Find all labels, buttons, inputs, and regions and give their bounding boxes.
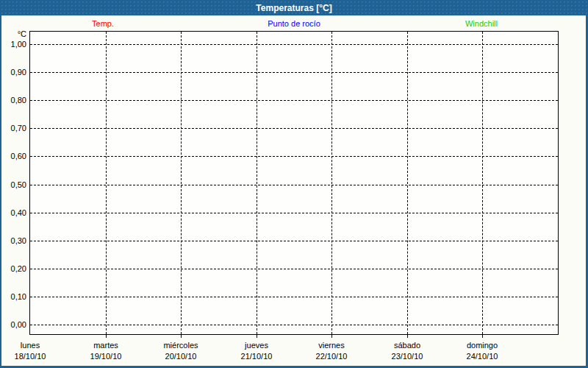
- y-tick-label: 0,80: [0, 95, 26, 105]
- chart-window: Temperaturas [°C] Temp. Punto de rocío W…: [0, 0, 588, 368]
- y-tick-label: 0,20: [0, 263, 26, 274]
- x-date-label: 24/10/10: [445, 352, 519, 361]
- y-tick-label: 1,00: [0, 39, 26, 49]
- x-day-label: viernes: [295, 341, 368, 350]
- gridline-horizontal: [30, 128, 558, 129]
- x-axis-tick: [407, 335, 408, 338]
- gridline-vertical: [407, 32, 408, 334]
- x-day-label: jueves: [220, 341, 293, 350]
- x-axis-tick: [257, 335, 257, 338]
- window-title: Temperaturas [°C]: [256, 3, 331, 13]
- plot-area: [29, 31, 559, 335]
- y-tick-label: 0,00: [0, 319, 26, 330]
- gridline-horizontal: [30, 72, 558, 73]
- gridline-horizontal: [30, 100, 558, 101]
- gridline-vertical: [257, 32, 257, 334]
- x-day-label: martes: [69, 341, 143, 350]
- y-axis-unit-label: °C: [0, 29, 26, 40]
- y-tick-label: 0,70: [0, 123, 26, 133]
- gridline-vertical: [181, 32, 182, 334]
- y-tick-label: 0,50: [0, 180, 26, 190]
- x-day-label: sábado: [370, 341, 444, 350]
- x-date-label: 22/10/10: [295, 352, 368, 361]
- y-tick-label: 0,90: [0, 67, 26, 77]
- x-date-label: 19/10/10: [69, 352, 143, 361]
- x-date-label: 20/10/10: [144, 352, 218, 361]
- x-axis-tick: [106, 335, 107, 338]
- legend-item-dew-point: Punto de rocío: [268, 19, 320, 28]
- gridline-horizontal: [30, 241, 558, 241]
- gridline-horizontal: [30, 297, 558, 297]
- y-tick-label: 0,40: [0, 208, 26, 218]
- x-day-label: lunes: [0, 341, 67, 350]
- gridline-horizontal: [30, 325, 558, 325]
- x-date-label: 18/10/10: [0, 352, 67, 361]
- x-date-label: 23/10/10: [370, 352, 444, 361]
- legend-item-temp: Temp.: [92, 19, 114, 28]
- x-day-label: domingo: [445, 341, 519, 350]
- x-axis-tick: [482, 335, 483, 338]
- x-date-label: 21/10/10: [220, 352, 293, 361]
- gridline-vertical: [331, 32, 332, 334]
- title-bar: Temperaturas [°C]: [0, 0, 588, 15]
- gridline-vertical: [106, 32, 107, 334]
- legend-item-windchill: Windchill: [465, 19, 498, 28]
- x-day-label: miércoles: [144, 341, 218, 350]
- gridline-vertical: [482, 32, 483, 334]
- y-tick-label: 0,30: [0, 236, 26, 246]
- gridline-horizontal: [30, 156, 558, 157]
- gridline-horizontal: [30, 269, 558, 269]
- gridline-horizontal: [30, 213, 558, 213]
- gridline-horizontal: [30, 44, 558, 45]
- y-tick-label: 0,10: [0, 291, 26, 302]
- y-tick-label: 0,60: [0, 151, 26, 161]
- gridline-horizontal: [30, 185, 558, 185]
- x-axis-tick: [181, 335, 182, 338]
- x-axis-tick: [331, 335, 332, 338]
